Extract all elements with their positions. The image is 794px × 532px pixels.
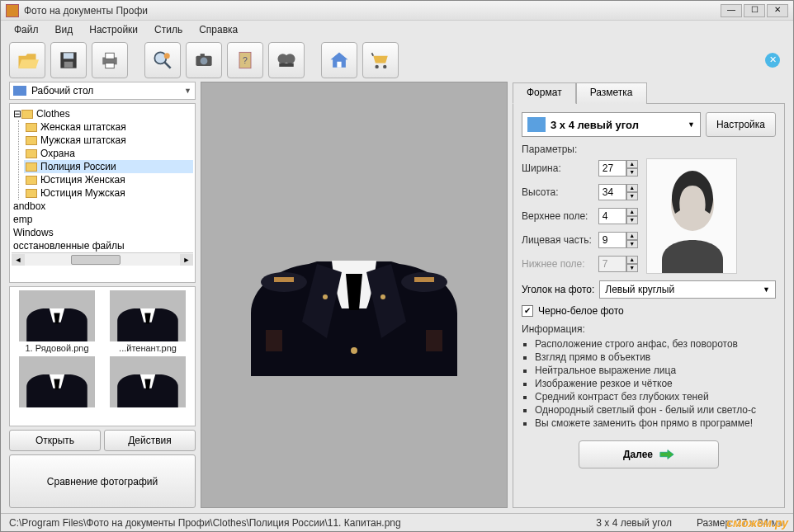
scroll-left-icon[interactable]: ◄: [12, 254, 25, 266]
actions-button[interactable]: Действия: [104, 430, 196, 451]
panel-close-icon[interactable]: ✕: [765, 53, 780, 68]
svg-point-15: [285, 54, 295, 64]
svg-rect-29: [414, 277, 434, 282]
height-spinner[interactable]: ▲▼: [598, 184, 638, 200]
menu-file[interactable]: Файл: [7, 22, 45, 37]
svg-rect-33: [266, 330, 282, 351]
svg-text:?: ?: [243, 55, 248, 65]
tree-item[interactable]: Женская штатская: [24, 120, 193, 134]
svg-rect-17: [337, 62, 341, 68]
poster-icon[interactable]: ?: [227, 42, 263, 78]
compare-button[interactable]: Сравнение фотографий: [9, 454, 196, 508]
svg-line-20: [372, 53, 374, 56]
app-icon: [6, 4, 19, 17]
preset-icon: [527, 117, 546, 132]
tab-format[interactable]: Формат: [513, 82, 576, 104]
svg-rect-5: [106, 64, 115, 68]
svg-rect-34: [426, 330, 442, 351]
menu-view[interactable]: Вид: [49, 22, 80, 37]
spin-down-icon[interactable]: ▼: [626, 168, 638, 177]
tab-layout[interactable]: Разметка: [576, 82, 647, 104]
camera-icon[interactable]: [186, 42, 222, 78]
svg-rect-11: [201, 54, 205, 57]
chevron-down-icon: ▼: [688, 120, 695, 129]
preview-area: [201, 82, 508, 508]
thumbnail[interactable]: [104, 356, 191, 407]
tree-item[interactable]: Юстиция Мужская: [24, 186, 193, 200]
svg-rect-28: [274, 277, 294, 282]
window-controls: — ☐ ✕: [721, 4, 788, 17]
status-path: C:\Program Files\Фото на документы Профи…: [9, 517, 401, 529]
right-panel: Формат Разметка 3 x 4 левый угол ▼ Настр…: [513, 82, 785, 508]
svg-point-18: [375, 65, 378, 68]
thumbnail[interactable]: 1. Рядовой.png: [13, 290, 101, 353]
location-combo[interactable]: Рабочий стол ▼: [9, 82, 196, 100]
bw-checkbox-row[interactable]: ✔ Черно-белое фото: [522, 305, 776, 317]
svg-point-6: [154, 52, 166, 64]
tree-item[interactable]: Windows: [12, 226, 193, 239]
left-panel: Рабочий стол ▼ ⊟Clothes Женская штатская…: [9, 82, 196, 508]
svg-rect-1: [64, 53, 73, 59]
window-title: Фото на документы Профи: [24, 5, 721, 16]
preset-settings-button[interactable]: Настройка: [706, 112, 776, 137]
svg-point-31: [380, 294, 385, 299]
home-icon[interactable]: [321, 42, 357, 78]
toolbar: ? ✕: [1, 39, 793, 82]
tabs: Формат Разметка: [513, 82, 785, 103]
content: Рабочий стол ▼ ⊟Clothes Женская штатская…: [1, 82, 793, 513]
info-list: Расположение строго анфас, без поворотов…: [522, 338, 776, 429]
menu-settings[interactable]: Настройки: [83, 22, 144, 37]
svg-point-32: [351, 347, 357, 354]
zoom-icon[interactable]: [144, 42, 181, 78]
tab-body: 3 x 4 левый угол ▼ Настройка Параметры: …: [513, 103, 785, 508]
tree-scrollbar[interactable]: ◄ ►: [12, 252, 193, 266]
tree-item[interactable]: emp: [12, 213, 193, 226]
svg-rect-16: [279, 64, 294, 67]
scroll-right-icon[interactable]: ►: [180, 254, 193, 266]
thumbnail[interactable]: ...йтенант.png: [104, 290, 191, 353]
tree-item[interactable]: Охрана: [24, 147, 193, 160]
titlebar: Фото на документы Профи — ☐ ✕: [1, 1, 793, 21]
svg-line-7: [165, 63, 171, 68]
tree-item[interactable]: andbox: [12, 200, 193, 213]
preset-combo[interactable]: 3 x 4 левый угол ▼: [522, 112, 701, 137]
scroll-thumb[interactable]: [71, 255, 121, 265]
cart-icon[interactable]: [362, 42, 399, 78]
svg-rect-4: [106, 53, 115, 59]
status-preset: 3 x 4 левый угол: [596, 517, 672, 529]
params-title: Параметры:: [522, 144, 776, 155]
minimize-button[interactable]: —: [721, 4, 742, 17]
bw-label: Черно-белое фото: [538, 305, 624, 317]
thumbnail[interactable]: [13, 356, 101, 407]
svg-point-8: [164, 53, 170, 59]
face-spinner[interactable]: ▲▼: [598, 232, 638, 248]
spin-up-icon[interactable]: ▲: [626, 160, 638, 168]
maximize-button[interactable]: ☐: [744, 4, 765, 17]
watermark: сможем.ру: [726, 516, 788, 530]
menu-help[interactable]: Справка: [192, 22, 244, 37]
tree-item[interactable]: осстановленные файлы: [12, 239, 193, 252]
tree-item[interactable]: Юстиция Женская: [24, 173, 193, 186]
tree-item-selected[interactable]: Полиция России: [24, 160, 193, 173]
save-icon[interactable]: [50, 42, 87, 78]
tree-item[interactable]: Мужская штатская: [24, 134, 193, 147]
close-button[interactable]: ✕: [767, 4, 788, 17]
top-spinner[interactable]: ▲▼: [598, 208, 638, 224]
menubar: Файл Вид Настройки Стиль Справка: [1, 21, 793, 39]
print-icon[interactable]: [92, 42, 128, 78]
statusbar: C:\Program Files\Фото на документы Профи…: [1, 513, 793, 531]
next-button[interactable]: Далее: [579, 440, 719, 468]
corner-select[interactable]: Левый круглый ▼: [599, 280, 776, 299]
bottom-spinner: ▲▼: [598, 256, 638, 272]
width-spinner[interactable]: ▲▼: [598, 160, 638, 177]
bw-checkbox[interactable]: ✔: [522, 305, 533, 317]
thumbnails-panel: 1. Рядовой.png ...йтенант.png: [9, 286, 196, 426]
menu-style[interactable]: Стиль: [148, 22, 189, 37]
video-icon[interactable]: [268, 42, 305, 78]
open-icon[interactable]: [9, 42, 45, 78]
open-button[interactable]: Открыть: [9, 430, 101, 451]
folder-tree[interactable]: ⊟Clothes Женская штатская Мужская штатск…: [9, 103, 196, 283]
corner-label: Уголок на фото:: [522, 284, 594, 295]
chevron-down-icon: ▼: [763, 285, 770, 294]
svg-point-10: [201, 58, 208, 65]
